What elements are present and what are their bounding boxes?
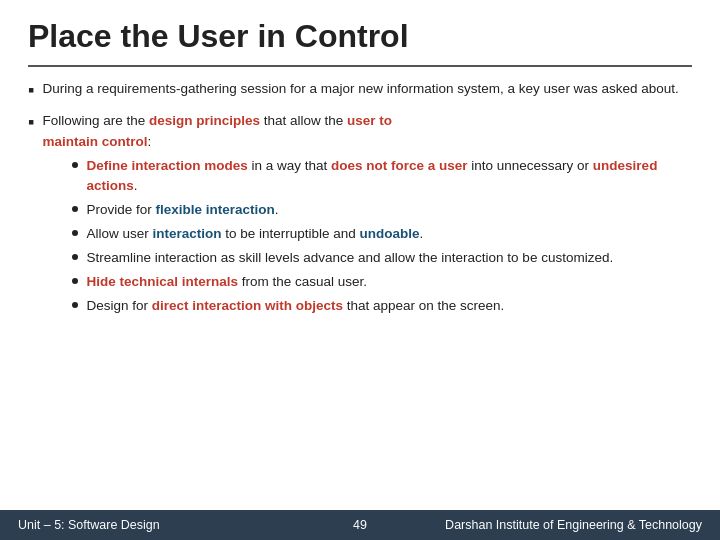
user-to-label: user to [347, 113, 392, 128]
sub-bullet-3: Allow user interaction to be interruptib… [72, 224, 692, 245]
footer: Unit – 5: Software Design 49 Darshan Ins… [0, 510, 720, 540]
sub-dot-6 [72, 302, 78, 308]
sub-dot-4 [72, 254, 78, 260]
sub-bullets: Define interaction modes in a way that d… [72, 156, 692, 317]
undoable-label: undoable [360, 226, 420, 241]
sub-bullet-2: Provide for flexible interaction. [72, 200, 692, 221]
footer-center: 49 [353, 518, 367, 532]
footer-right: Darshan Institute of Engineering & Techn… [445, 518, 702, 532]
maintain-control-label: maintain control [42, 134, 147, 149]
bullet-icon-1: ▪ [28, 77, 34, 105]
hide-technical-internals: Hide technical internals [86, 274, 238, 289]
sub-text-1: Define interaction modes in a way that d… [86, 156, 692, 198]
bullet-main-1: ▪ During a requirements-gathering sessio… [28, 79, 692, 105]
bullet-icon-2: ▪ [28, 109, 34, 137]
direct-interaction-label: direct interaction with objects [152, 298, 343, 313]
sub-dot-3 [72, 230, 78, 236]
sub-bullet-5: Hide technical internals from the casual… [72, 272, 692, 293]
design-principles-label: design principles [149, 113, 260, 128]
footer-left: Unit – 5: Software Design [18, 518, 160, 532]
divider [28, 65, 692, 67]
sub-text-6: Design for direct interaction with objec… [86, 296, 692, 317]
sub-dot-2 [72, 206, 78, 212]
sub-bullet-1: Define interaction modes in a way that d… [72, 156, 692, 198]
sub-bullet-6: Design for direct interaction with objec… [72, 296, 692, 317]
bullet-text-1: During a requirements-gathering session … [42, 79, 692, 100]
sub-dot-1 [72, 162, 78, 168]
sub-bullet-4: Streamline interaction as skill levels a… [72, 248, 692, 269]
sub-text-5: Hide technical internals from the casual… [86, 272, 692, 293]
bullet-section: ▪ During a requirements-gathering sessio… [28, 79, 692, 321]
sub-dot-5 [72, 278, 78, 284]
sub-text-3: Allow user interaction to be interruptib… [86, 224, 692, 245]
flexible-interaction: flexible interaction [155, 202, 274, 217]
sub-text-4: Streamline interaction as skill levels a… [86, 248, 692, 269]
does-not-force: does not force a user [331, 158, 468, 173]
interaction-label: interaction [152, 226, 221, 241]
define-interaction-modes: Define interaction modes [86, 158, 247, 173]
page-title: Place the User in Control [28, 18, 692, 55]
main-content: Place the User in Control ▪ During a req… [0, 0, 720, 337]
bullet-text-2: Following are the design principles that… [42, 111, 692, 321]
sub-text-2: Provide for flexible interaction. [86, 200, 692, 221]
bullet-main-2: ▪ Following are the design principles th… [28, 111, 692, 321]
